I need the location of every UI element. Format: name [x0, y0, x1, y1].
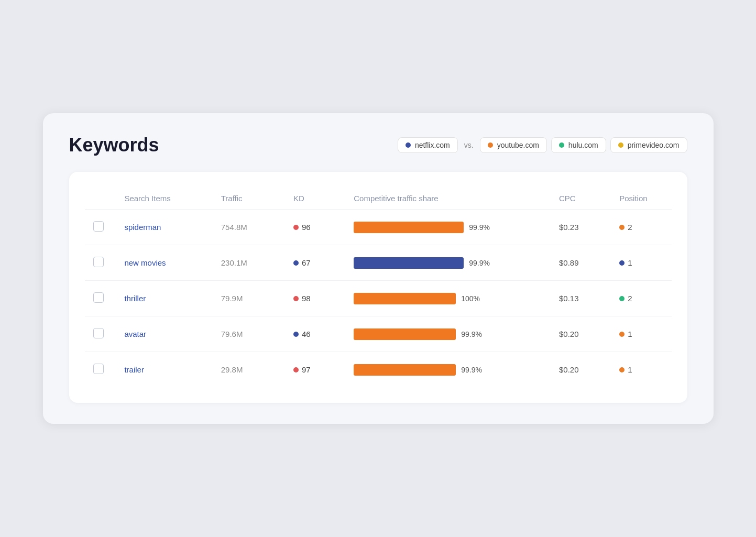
cpc-value: $0.13 [559, 294, 579, 303]
kd-dot [293, 367, 299, 372]
header: Keywords netflix.comvs.youtube.comhulu.c… [69, 134, 687, 156]
col-header-cpc: CPC [551, 188, 611, 210]
traffic-value: 29.8M [221, 365, 243, 374]
position-dot [619, 260, 624, 266]
position-cell: 1 [619, 258, 663, 267]
row-checkbox[interactable] [93, 221, 104, 232]
kd-value: 96 [302, 223, 311, 232]
position-cell: 2 [619, 223, 663, 232]
kd-dot [293, 332, 299, 337]
position-cell: 1 [619, 365, 663, 374]
col-header-checkbox [85, 188, 116, 210]
site-pill-youtube[interactable]: youtube.com [480, 137, 547, 153]
position-dot [619, 296, 624, 301]
kd-dot [293, 260, 299, 266]
site-pill-hulu[interactable]: hulu.com [551, 137, 606, 153]
traffic-bar [354, 364, 456, 376]
bar-percent: 99.9% [469, 223, 490, 232]
site-pills-container: netflix.comvs.youtube.comhulu.comprimevi… [398, 137, 687, 153]
traffic-value: 79.6M [221, 330, 243, 338]
bar-percent: 99.9% [469, 259, 490, 267]
bar-container: 99.9% [354, 328, 542, 340]
keyword-name[interactable]: avatar [124, 330, 146, 338]
site-pill-netflix[interactable]: netflix.com [398, 137, 458, 153]
row-checkbox[interactable] [93, 328, 104, 338]
outer-card: Keywords netflix.comvs.youtube.comhulu.c… [43, 113, 714, 424]
site-dot-netflix [406, 143, 411, 148]
site-name-primevideo: primevideo.com [628, 141, 680, 149]
col-header-competitive: Competitive traffic share [345, 188, 551, 210]
kd-value: 67 [302, 258, 311, 267]
kd-value: 98 [302, 294, 311, 303]
bar-container: 99.9% [354, 257, 542, 269]
keyword-name[interactable]: spiderman [124, 223, 161, 232]
row-checkbox[interactable] [93, 292, 104, 303]
traffic-value: 754.8M [221, 223, 247, 232]
site-name-hulu: hulu.com [568, 141, 598, 149]
table-header-row: Search Items Traffic KD Competitive traf… [85, 188, 672, 210]
kd-value: 97 [302, 365, 311, 374]
keyword-name[interactable]: new movies [124, 258, 166, 267]
cpc-value: $0.23 [559, 223, 579, 232]
cpc-value: $0.20 [559, 365, 579, 374]
position-value: 1 [628, 330, 632, 338]
table-row: spiderman754.8M9699.9%$0.232 [85, 210, 672, 245]
position-value: 1 [628, 365, 632, 374]
kd-value: 46 [302, 330, 311, 338]
site-name-youtube: youtube.com [497, 141, 539, 149]
kd-cell: 96 [293, 223, 337, 232]
col-header-traffic: Traffic [213, 188, 285, 210]
site-pill-primevideo[interactable]: primevideo.com [610, 137, 687, 153]
page-title: Keywords [69, 134, 159, 156]
position-value: 1 [628, 258, 632, 267]
traffic-bar [354, 328, 456, 340]
row-checkbox[interactable] [93, 364, 104, 374]
keyword-name[interactable]: trailer [124, 365, 144, 374]
kd-cell: 67 [293, 258, 337, 267]
traffic-value: 230.1M [221, 258, 247, 267]
col-header-kd: KD [285, 188, 345, 210]
position-cell: 2 [619, 294, 663, 303]
site-dot-primevideo [618, 143, 623, 148]
col-header-search-items: Search Items [116, 188, 212, 210]
bar-percent: 100% [461, 294, 480, 303]
col-header-position: Position [611, 188, 671, 210]
vs-label: vs. [464, 141, 474, 149]
bar-percent: 99.9% [461, 366, 482, 374]
traffic-bar [354, 293, 456, 304]
bar-container: 99.9% [354, 222, 542, 233]
site-dot-youtube [488, 143, 493, 148]
bar-percent: 99.9% [461, 330, 482, 338]
position-dot [619, 332, 624, 337]
cpc-value: $0.89 [559, 258, 579, 267]
kd-cell: 97 [293, 365, 337, 374]
position-dot [619, 225, 624, 230]
position-cell: 1 [619, 330, 663, 338]
traffic-bar [354, 222, 464, 233]
cpc-value: $0.20 [559, 330, 579, 338]
bar-container: 100% [354, 293, 542, 304]
kd-cell: 98 [293, 294, 337, 303]
position-value: 2 [628, 294, 632, 303]
kd-cell: 46 [293, 330, 337, 338]
position-dot [619, 367, 624, 372]
table-row: new movies230.1M6799.9%$0.891 [85, 245, 672, 281]
site-name-netflix: netflix.com [415, 141, 450, 149]
table-row: avatar79.6M4699.9%$0.201 [85, 316, 672, 352]
table-body: spiderman754.8M9699.9%$0.232new movies23… [85, 210, 672, 388]
row-checkbox[interactable] [93, 257, 104, 267]
position-value: 2 [628, 223, 632, 232]
table-row: trailer29.8M9799.9%$0.201 [85, 352, 672, 388]
bar-container: 99.9% [354, 364, 542, 376]
traffic-bar [354, 257, 464, 269]
inner-card: Search Items Traffic KD Competitive traf… [69, 172, 687, 403]
kd-dot [293, 225, 299, 230]
keywords-table: Search Items Traffic KD Competitive traf… [85, 188, 672, 387]
site-dot-hulu [559, 143, 564, 148]
table-row: thriller79.9M98100%$0.132 [85, 281, 672, 316]
kd-dot [293, 296, 299, 301]
keyword-name[interactable]: thriller [124, 294, 146, 303]
traffic-value: 79.9M [221, 294, 243, 303]
